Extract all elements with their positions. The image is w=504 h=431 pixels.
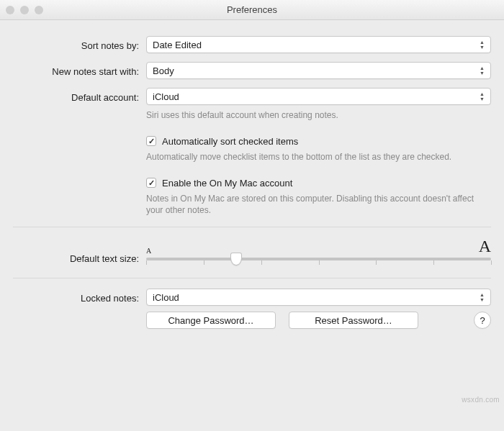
start-label: New notes start with:: [13, 62, 139, 77]
onmymac-checkbox[interactable]: [146, 178, 156, 188]
onmymac-help: Notes in On My Mac are stored on this co…: [146, 193, 491, 217]
account-value: iCloud: [153, 91, 179, 102]
autosort-checkbox[interactable]: [146, 136, 156, 146]
account-help: Siri uses this default account when crea…: [146, 109, 491, 122]
autosort-label: Automatically sort checked items: [162, 136, 298, 147]
start-select[interactable]: Body ▲▼: [146, 62, 491, 79]
start-value: Body: [153, 65, 174, 76]
slider-track[interactable]: [146, 258, 491, 260]
reset-password-button[interactable]: Reset Password…: [289, 312, 418, 329]
stepper-icon: ▲▼: [480, 292, 485, 302]
locked-select[interactable]: iCloud ▲▼: [146, 289, 491, 306]
stepper-icon: ▲▼: [480, 65, 485, 76]
textsize-max-icon: A: [479, 237, 491, 255]
titlebar: Preferences: [0, 0, 504, 20]
change-password-button[interactable]: Change Password…: [146, 312, 276, 329]
help-button[interactable]: ?: [474, 312, 491, 329]
locked-value: iCloud: [153, 292, 179, 303]
account-label: Default account:: [13, 88, 139, 103]
preferences-panel: Sort notes by: Date Edited ▲▼ New notes …: [0, 20, 504, 343]
sort-value: Date Edited: [153, 40, 202, 50]
textsize-label: Default text size:: [13, 237, 139, 264]
stepper-icon: ▲▼: [480, 40, 485, 50]
stepper-icon: ▲▼: [480, 91, 485, 101]
window-title: Preferences: [0, 4, 504, 15]
slider-thumb[interactable]: [230, 253, 242, 266]
account-select[interactable]: iCloud ▲▼: [146, 88, 491, 105]
onmymac-label: Enable the On My Mac account: [162, 178, 292, 189]
sort-select[interactable]: Date Edited ▲▼: [146, 36, 491, 53]
divider: [13, 227, 491, 227]
sort-label: Sort notes by:: [13, 36, 139, 51]
autosort-help: Automatically move checklist items to th…: [146, 151, 491, 163]
textsize-min-icon: A: [146, 248, 151, 255]
locked-label: Locked notes:: [13, 289, 139, 304]
divider: [13, 278, 491, 278]
textsize-slider[interactable]: A A: [146, 237, 491, 268]
watermark: wsxdn.com: [462, 396, 500, 404]
